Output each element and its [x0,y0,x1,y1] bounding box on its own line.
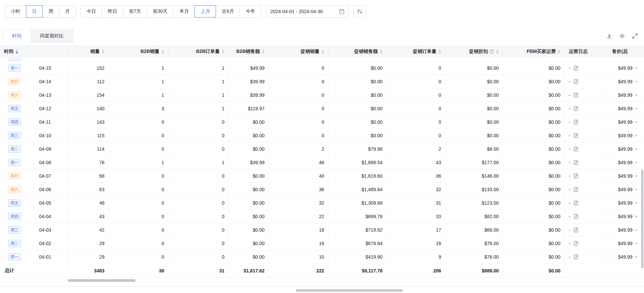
cell-promo_sales: 10 [269,250,329,263]
log-document-icon[interactable] [573,227,579,233]
chevron-down-icon[interactable] [635,228,638,232]
log-document-icon[interactable] [573,133,579,138]
column-header-promo_sales[interactable]: 促销销量 [269,46,329,57]
price-value: $49.99 [618,173,633,179]
log-document-icon[interactable] [573,187,579,192]
sort-carets [380,50,382,54]
cell-promo_discount: $76.00 [446,237,503,250]
settings-icon[interactable] [619,33,625,39]
log-document-icon[interactable] [573,106,579,111]
cell-promo_orders: 0 [387,88,446,101]
column-header-promo_orders[interactable]: 促销订单量 [387,46,446,57]
chevron-down-icon[interactable] [635,80,638,83]
range-this-year[interactable]: 今年 [240,5,261,18]
chevron-down-icon[interactable] [635,255,638,259]
info-icon[interactable] [489,49,494,54]
ops-log-cell: - [565,169,608,182]
time-cell: 周六04-13 [0,88,68,101]
column-header-time[interactable]: 时间 [0,46,68,57]
no-log-dash: - [569,254,571,260]
date-range-picker[interactable]: 2024-04-01 - 2024-04-30 [266,5,349,18]
date-label: 04-14 [39,79,51,84]
range-last-6-months[interactable]: 近6月 [216,5,240,18]
day-of-week-badge: 周五 [8,105,21,112]
log-document-icon[interactable] [573,79,579,84]
log-document-icon[interactable] [573,146,579,152]
page-scrollbar[interactable] [296,289,403,292]
cell-b2b_amount: $39.99 [229,88,269,101]
chevron-down-icon[interactable] [635,188,638,191]
cell-promo_amount: $719.82 [329,223,387,236]
range-this-month[interactable]: 本月 [173,5,195,18]
price-value: $49.99 [618,65,633,71]
chevron-down-icon[interactable] [635,215,638,218]
column-header-promo_amount[interactable]: 促销销售额 [329,46,387,57]
cell-sales: 42 [68,223,109,236]
column-header-promo_discount[interactable]: 促销折扣 [446,46,503,57]
price-value: $49.99 [618,79,633,84]
log-document-icon[interactable] [573,65,579,71]
cell-b2b_sales: 0 [109,210,168,223]
chevron-down-icon[interactable] [635,120,638,124]
cell-fbm_freight: $0.00 [503,142,565,155]
granularity-week[interactable]: 周 [42,5,59,18]
log-document-icon[interactable] [573,173,579,179]
time-cell: 周五04-05 [0,196,68,209]
cell-b2b_sales: 1 [109,75,168,88]
log-document-icon[interactable] [573,241,579,246]
no-log-dash: - [569,187,571,192]
column-label: FBM买家运费 [527,49,556,55]
chevron-down-icon[interactable] [635,147,638,151]
vertical-scrollbar[interactable] [641,170,643,268]
log-document-icon[interactable] [573,160,579,165]
column-label: 运营日志 [569,49,588,55]
log-document-icon[interactable] [573,214,579,219]
chevron-down-icon[interactable] [635,134,638,137]
column-header-sales[interactable]: 销量 [68,46,109,57]
cell-b2b_sales: 0 [109,223,168,236]
granularity-day[interactable]: 日 [26,5,43,18]
horizontal-scrollbar[interactable] [68,279,135,282]
chevron-down-icon[interactable] [635,174,638,178]
tab-time[interactable]: 时间 [3,30,31,42]
cell-sales: 29 [68,237,109,250]
tab-weekday-compare[interactable]: 同星期对比 [31,30,73,42]
column-header-b2b_amount[interactable]: B2B销售额 [229,46,269,57]
range-today[interactable]: 今日 [81,5,102,18]
log-document-icon[interactable] [573,200,579,206]
price-value: $49.99 [618,254,633,260]
ops-log-cell: - [565,223,608,236]
cell-fbm_freight: $0.00 [503,88,565,101]
chevron-down-icon[interactable] [635,161,638,164]
ops-log-cell: - [565,250,608,263]
range-last-month[interactable]: 上月 [194,5,216,18]
filter-button[interactable] [354,5,366,18]
cell-fbm_freight: $0.00 [503,169,565,182]
cell-b2b_orders: 1 [168,102,229,115]
chevron-down-icon[interactable] [635,93,638,97]
range-last-7-days[interactable]: 前7天 [123,5,147,18]
table-actions [606,33,644,42]
chevron-down-icon[interactable] [635,242,638,245]
download-icon[interactable] [606,33,612,39]
chevron-down-icon[interactable] [635,66,638,70]
log-document-icon[interactable] [573,119,579,125]
range-last-30-days[interactable]: 前30天 [147,5,174,18]
column-header-b2b_sales[interactable]: B2B销量 [109,46,168,57]
cell-b2b_orders: 0 [168,129,229,142]
chevron-down-icon[interactable] [635,201,638,205]
granularity-month[interactable]: 月 [59,5,76,18]
chevron-down-icon[interactable] [635,107,638,110]
range-yesterday[interactable]: 昨日 [102,5,123,18]
cell-promo_amount: $0.00 [329,88,387,101]
price-cell: $49.99 [608,115,644,128]
fullscreen-icon[interactable] [632,33,638,39]
table-row: 周三04-1011500$0.000$0.000$0.00$0.00-$49.9… [0,129,644,142]
cell-promo_amount: $1,899.54 [329,156,387,169]
log-document-icon[interactable] [573,254,579,260]
granularity-hour[interactable]: 小时 [5,5,26,18]
column-header-b2b_orders[interactable]: B2B订单量 [168,46,229,57]
log-document-icon[interactable] [573,92,579,98]
cell-promo_orders: 0 [387,102,446,115]
column-header-fbm_freight[interactable]: FBM买家运费 [503,46,565,57]
